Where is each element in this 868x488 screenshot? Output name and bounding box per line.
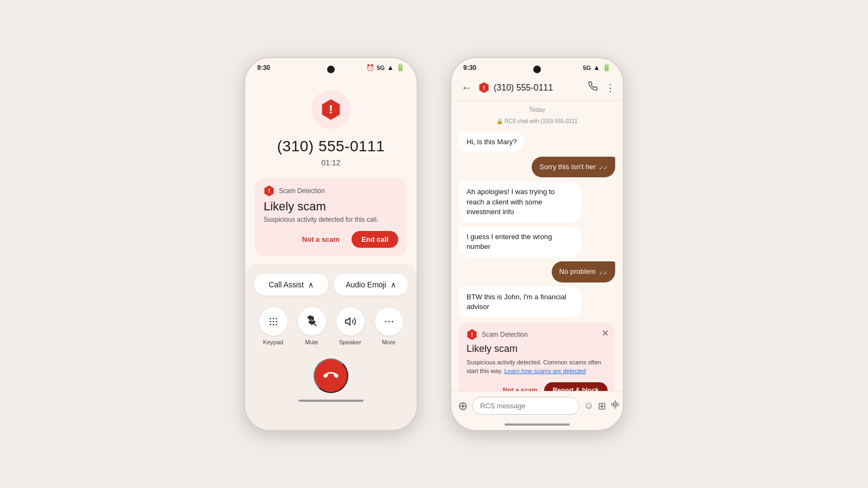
call-icon-button[interactable] — [588, 81, 598, 94]
battery-icon: 🔋 — [396, 63, 405, 72]
audio-emoji-button[interactable]: Audio Emoji ∧ — [334, 274, 408, 296]
scam-actions: Not a scam End call — [264, 231, 398, 248]
bubble-text: I guess I entered the wrong number — [467, 233, 552, 251]
date-divider: Today — [459, 106, 615, 113]
message-header: ← ! (310) 555-0111 ⋮ — [451, 75, 623, 101]
message-row: Ah apologies! I was trying to reach a cl… — [459, 182, 615, 222]
message-input[interactable] — [472, 397, 579, 415]
camera — [327, 66, 335, 73]
call-assist-label: Call Assist — [269, 280, 304, 289]
emoji-button[interactable]: ☺ — [584, 400, 593, 412]
control-icons-row: Keypad Mute — [254, 307, 408, 345]
mute-icon — [306, 316, 318, 328]
more-button[interactable]: More — [375, 307, 403, 345]
battery-icon-2: 🔋 — [602, 63, 611, 72]
scam-msg-actions: Not a scam Report & block — [467, 382, 608, 391]
alarm-icon: ⏰ — [366, 64, 374, 72]
speaker-label: Speaker — [339, 339, 361, 345]
scam-card-header: ! Scam Detection — [264, 185, 398, 196]
incoming-bubble: Ah apologies! I was trying to reach a cl… — [459, 182, 581, 222]
call-duration: 01:12 — [245, 158, 417, 167]
not-a-scam-msg-button[interactable]: Not a scam — [503, 387, 538, 391]
scam-description: Suspicious activity detected for this ca… — [264, 216, 398, 223]
not-a-scam-button[interactable]: Not a scam — [297, 232, 345, 247]
call-assist-chevron-icon: ∧ — [308, 280, 314, 289]
call-controls: Call Assist ∧ Audio Emoji ∧ — [245, 264, 417, 430]
scam-warning-icon: ! — [321, 99, 341, 120]
signal-icon-2: ▲ — [593, 63, 600, 72]
scam-title: Likely scam — [264, 200, 398, 214]
messages-screen: 9:30 5G ▲ 🔋 ← ! (310) 555-0111 ⋮ — [451, 58, 623, 430]
scam-card-close-button[interactable]: ✕ — [602, 328, 609, 338]
header-number: (310) 555-0111 — [494, 83, 584, 93]
svg-point-5 — [276, 321, 277, 323]
call-screen: 9:30 ⏰ 5G ▲ 🔋 ! (310) 555-0111 01:12 ! S… — [245, 58, 417, 430]
message-row: Hi, is this Mary? — [459, 132, 615, 152]
sticker-button[interactable]: ⊞ — [598, 400, 606, 412]
incoming-bubble: BTW this is John, I'm a financial adviso… — [459, 287, 581, 317]
scam-link[interactable]: Learn how scams are detected — [505, 368, 586, 374]
mute-label: Mute — [305, 339, 318, 345]
svg-point-13 — [392, 321, 393, 323]
keypad-label: Keypad — [263, 339, 283, 345]
scam-msg-description: Suspicious activity detected. Common sca… — [467, 358, 608, 376]
message-row: I guess I entered the wrong number — [459, 227, 615, 257]
caller-number: (310) 555-0111 — [245, 138, 417, 155]
svg-point-2 — [276, 318, 277, 319]
svg-point-4 — [272, 321, 274, 323]
svg-marker-10 — [345, 318, 349, 325]
scam-detection-label: Scam Detection — [279, 187, 325, 195]
scam-msg-label: Scam Detection — [482, 331, 528, 338]
call-alert-icon-area: ! — [245, 90, 417, 129]
chat-body: Today 🔒 RCS chat with (310) 555-0111 Hi,… — [451, 101, 623, 391]
speaker-icon — [344, 316, 356, 328]
scam-msg-icon: ! — [467, 329, 477, 340]
status-time-2: 9:30 — [463, 64, 476, 72]
scam-detection-card: ! Scam Detection Likely scam Suspicious … — [255, 178, 407, 256]
end-call-area — [254, 358, 408, 393]
more-dots-icon — [383, 316, 395, 328]
svg-point-3 — [270, 321, 271, 323]
message-input-bar: ⊕ ☺ ⊞ — [451, 391, 623, 420]
home-indicator-2 — [505, 423, 570, 426]
header-action-icons: ⋮ — [588, 81, 615, 94]
camera-2 — [533, 66, 541, 73]
back-button[interactable]: ← — [459, 79, 474, 96]
home-indicator — [298, 400, 363, 402]
keypad-button[interactable]: Keypad — [259, 307, 288, 345]
message-row: BTW this is John, I'm a financial adviso… — [459, 287, 615, 317]
voice-wave-icon — [610, 400, 620, 409]
incoming-bubble: Hi, is this Mary? — [459, 132, 524, 152]
audio-emoji-label: Audio Emoji — [346, 280, 386, 289]
end-call-button[interactable]: End call — [352, 231, 398, 248]
outgoing-bubble: Sorry this isn't her ✓✓ — [532, 157, 615, 177]
signal-icon: ▲ — [387, 63, 394, 72]
5g-icon: 5G — [376, 65, 385, 71]
incoming-bubble: I guess I entered the wrong number — [459, 227, 581, 257]
phone-messages-screen: 9:30 5G ▲ 🔋 ← ! (310) 555-0111 ⋮ — [450, 57, 624, 431]
phone-icon — [588, 81, 598, 91]
more-label: More — [382, 339, 395, 345]
rcs-label: 🔒 RCS chat with (310) 555-0111 — [459, 118, 615, 124]
more-options-button[interactable]: ⋮ — [605, 82, 615, 94]
svg-point-0 — [270, 318, 271, 319]
end-call-phone-icon — [323, 368, 339, 383]
call-assist-button[interactable]: Call Assist ∧ — [254, 274, 328, 296]
svg-point-1 — [272, 318, 274, 319]
report-block-button[interactable]: Report & block — [544, 382, 608, 391]
status-icons: ⏰ 5G ▲ 🔋 — [366, 63, 405, 72]
audio-emoji-chevron-icon: ∧ — [391, 280, 396, 289]
voice-button[interactable] — [610, 400, 620, 412]
bubble-text: BTW this is John, I'm a financial adviso… — [467, 293, 566, 311]
scam-msg-title: Likely scam — [467, 343, 608, 355]
add-attachment-button[interactable]: ⊕ — [458, 398, 468, 414]
speaker-button[interactable]: Speaker — [336, 307, 365, 345]
call-assist-row: Call Assist ∧ Audio Emoji ∧ — [254, 274, 408, 296]
keypad-icon-circle — [259, 307, 288, 336]
end-call-circle-button[interactable] — [314, 358, 348, 393]
bubble-text: No problem — [559, 267, 596, 277]
scam-msg-header: ! Scam Detection — [467, 329, 608, 340]
bubble-text: Hi, is this Mary? — [467, 138, 516, 146]
mute-button[interactable]: Mute — [298, 307, 326, 345]
svg-point-8 — [276, 324, 277, 325]
